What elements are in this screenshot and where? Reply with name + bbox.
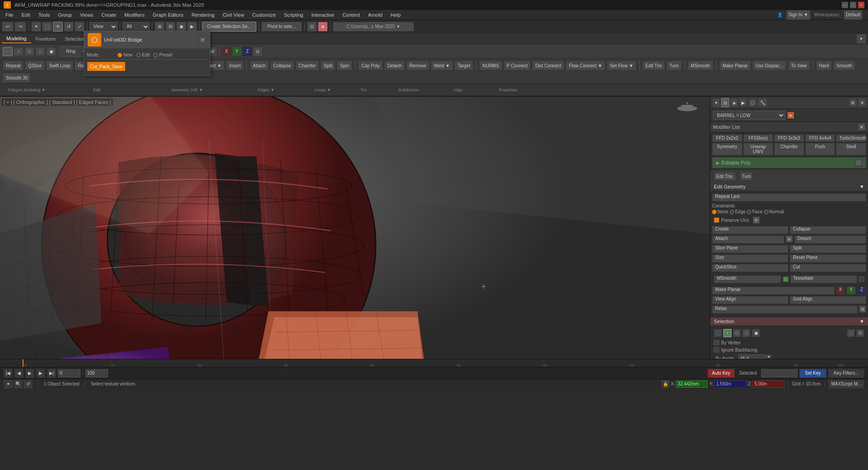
shell-btn[interactable]: Shell [836, 143, 866, 155]
rp-close-btn[interactable]: ✕ [858, 98, 866, 107]
relax-options[interactable]: ⚙ [859, 306, 866, 313]
align-planar-btn[interactable]: ⊟ [253, 47, 263, 56]
menu-create[interactable]: Create [98, 11, 120, 19]
create-selection-btn[interactable]: Create Selection Se... [202, 22, 256, 32]
ffd2x2x2-btn[interactable]: FFD 2x2x2 [712, 134, 742, 142]
editable-poly-settings[interactable]: ⬚ [855, 159, 862, 166]
turn-rp-btn[interactable]: Turn [740, 172, 753, 181]
minimize-btn[interactable]: ─ [842, 2, 848, 8]
material-btn[interactable]: ◉ [176, 22, 186, 32]
maximize-btn[interactable]: □ [850, 2, 856, 8]
modifier-list-opts[interactable]: ▼ [858, 123, 865, 131]
collapse-geo-btn[interactable]: Collapse [790, 226, 866, 234]
spin-ribbon-btn[interactable]: Spin [337, 61, 352, 70]
preserve-uvs-settings[interactable]: ⚙ [753, 216, 760, 224]
menu-group[interactable]: Group [54, 11, 75, 19]
smooth30-ribbon-btn[interactable]: Smooth 30 [3, 73, 31, 83]
dist-connect-btn[interactable]: Dist Connect [532, 61, 564, 70]
msmooth-rp-btn[interactable]: MSmooth [714, 275, 781, 283]
chamfer-modifier-btn[interactable]: Chamfer [774, 143, 804, 155]
sign-in-btn[interactable]: Sign In ▼ [786, 10, 811, 20]
grid-align-btn[interactable]: Grid Align [790, 296, 866, 304]
current-frame-input[interactable] [58, 369, 80, 377]
vp-orbit-btn[interactable]: ↺ [24, 380, 33, 389]
attach-ribbon-btn[interactable]: Attach [250, 61, 269, 70]
menu-customize[interactable]: Customize [249, 11, 279, 19]
menu-content[interactable]: Content [339, 11, 363, 19]
normal-radio[interactable]: Normal [764, 209, 784, 214]
smooth-btn[interactable]: Smooth [833, 61, 855, 70]
tab-freeform[interactable]: Freeform [31, 35, 61, 43]
x-axis-btn[interactable]: X [836, 287, 845, 295]
stack-icon[interactable]: ⊡ [856, 329, 864, 337]
view-align-btn[interactable]: View Align [712, 296, 788, 304]
menu-rendering[interactable]: Rendering [188, 11, 218, 19]
qslice-btn[interactable]: QSlice [25, 61, 44, 70]
menu-edit[interactable]: Edit [18, 11, 34, 19]
edit-geometry-header[interactable]: Edit Geometry ▼ [710, 183, 868, 191]
align-x-btn[interactable]: X [222, 47, 231, 56]
menu-file[interactable]: File [2, 11, 17, 19]
select-region-btn[interactable]: ⬚ [42, 22, 52, 32]
menu-views[interactable]: Views [76, 11, 97, 19]
polygon-poly-btn[interactable]: □ [35, 47, 45, 56]
z-axis-btn[interactable]: Z [857, 287, 866, 295]
next-keyframe-btn[interactable]: ▶| [47, 369, 56, 378]
wire-color-btn[interactable]: ■ [318, 22, 328, 32]
attach-options[interactable]: ⚙ [786, 235, 793, 243]
menu-arnold[interactable]: Arnold [364, 11, 386, 19]
align-z-btn[interactable]: Z [242, 47, 252, 56]
lock-icon[interactable]: 🔒 [662, 381, 669, 388]
edit-tris-rp-btn[interactable]: Edit Tris. [714, 172, 736, 181]
cap-poly-btn[interactable]: Cap Poly [358, 61, 383, 70]
edge-radio[interactable]: Edge [730, 209, 745, 214]
rp-motion-btn[interactable]: ▶ [739, 98, 747, 107]
slice-plane-btn[interactable]: Slice Plane [712, 245, 788, 253]
collapse-ribbon-btn[interactable]: Collapse [270, 61, 294, 70]
angle-input[interactable]: 45.0 [738, 354, 765, 359]
align-y-btn[interactable]: Y [232, 47, 242, 56]
rotate-btn[interactable]: ↺ [64, 22, 74, 32]
viewport[interactable]: [ + ] [ Orthographic ] [ Standard ] [ Ed… [0, 97, 710, 359]
next-frame-btn[interactable]: ▶ [36, 369, 45, 378]
repeat-last-btn[interactable]: Repeat Last [712, 193, 866, 202]
vertex-icon-btn[interactable]: · [714, 329, 722, 337]
polygon-vertex-btn[interactable]: · [3, 47, 13, 56]
y-input[interactable] [714, 381, 746, 388]
use-displac-btn[interactable]: Use Displac... [752, 61, 787, 70]
face-radio[interactable]: Face [747, 209, 762, 214]
y-axis-btn[interactable]: Y [846, 287, 856, 295]
unwrap-uwv-btn[interactable]: Unwrap UWV [743, 143, 774, 155]
move-btn[interactable]: ✛ [53, 22, 63, 32]
ffdbox-btn[interactable]: FFD(box) [743, 134, 774, 142]
rp-utilities-btn[interactable]: 🔧 [758, 98, 768, 107]
align-btn[interactable]: ⊟ [165, 22, 175, 32]
size-btn[interactable]: Size [712, 254, 788, 263]
edge-icon-btn[interactable]: / [723, 329, 731, 337]
redo-btn[interactable]: ↪ [14, 22, 26, 32]
cut-btn[interactable]: Cut [790, 264, 866, 272]
flow-connect-btn[interactable]: Flow Connect ▼ [566, 61, 605, 70]
menu-help[interactable]: Help [387, 11, 405, 19]
msmooth-ribbon-btn[interactable]: MSmooth [688, 61, 713, 70]
prev-frame-btn[interactable]: ◀ [14, 369, 24, 378]
hard-btn[interactable]: Hard [816, 61, 832, 70]
by-vertex-cb[interactable] [714, 340, 719, 345]
key-filters-btn[interactable]: Key Filters... [828, 369, 864, 378]
insert-btn[interactable]: Insert [226, 61, 244, 70]
path-input[interactable]: C:\Users\p...s Max 2020 ▼ [333, 22, 414, 32]
edit-tris-btn[interactable]: Edit Tris [642, 61, 665, 70]
polygon-border-btn[interactable]: ⬡ [24, 47, 34, 56]
filter-dropdown[interactable]: All [123, 22, 150, 31]
cut-pack-save-btn[interactable]: Cut_Pack_Save [87, 61, 126, 71]
vp-pan-btn[interactable]: ✦ [4, 380, 13, 389]
set-key-btn[interactable]: Set Key [799, 369, 826, 378]
key-name-input[interactable] [761, 369, 797, 377]
rp-modify-btn[interactable]: ⊟ [721, 98, 729, 107]
maxscript-btn[interactable]: MAXScript M... [828, 380, 864, 389]
close-btn[interactable]: ✕ [858, 2, 864, 8]
mode-edit[interactable]: Edit [136, 52, 150, 57]
workspace-dropdown[interactable]: Default [844, 10, 863, 20]
ignore-backfacing-cb[interactable] [714, 347, 719, 352]
editable-poly-item[interactable]: ▶ Editable Poly ⬚ [712, 158, 866, 168]
